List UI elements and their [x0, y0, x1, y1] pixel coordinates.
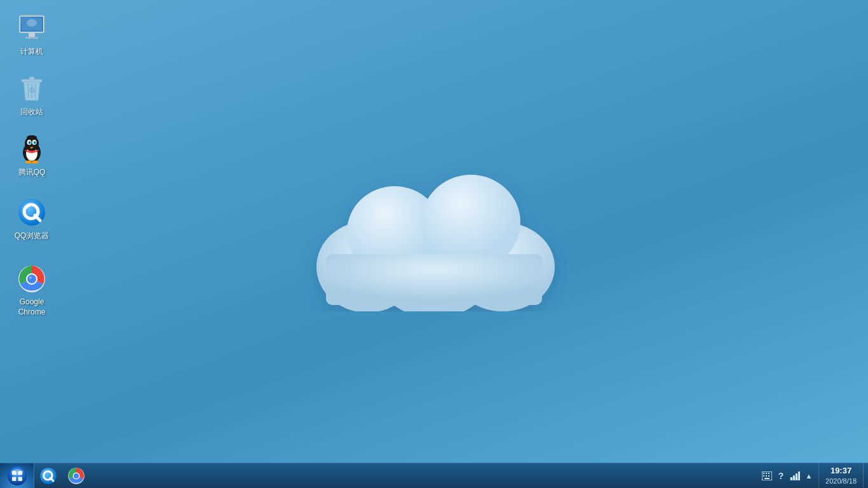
desktop: 计算机 ♻ 回收站: [0, 0, 868, 463]
taskbar-qq-browser[interactable]: [34, 463, 62, 489]
computer-icon: [17, 13, 47, 43]
help-tray-icon[interactable]: ?: [775, 470, 787, 482]
qq-browser-icon: [17, 197, 47, 227]
taskbar: ? ▲ 19:37 2020/8/18: [0, 463, 868, 488]
network-tray-icon[interactable]: [789, 470, 801, 482]
svg-point-28: [25, 161, 32, 164]
desktop-icon-computer[interactable]: 计算机: [6, 13, 57, 58]
desktop-icon-chrome[interactable]: Google Chrome: [6, 264, 57, 318]
svg-rect-63: [796, 473, 797, 480]
clock-time: 19:37: [831, 466, 851, 477]
svg-rect-56: [763, 475, 764, 477]
keyboard-tray-icon[interactable]: [761, 470, 773, 482]
svg-rect-58: [768, 475, 770, 477]
chrome-icon: [17, 264, 47, 294]
taskbar-chrome[interactable]: [62, 463, 90, 489]
qq-icon: [17, 133, 47, 164]
svg-rect-57: [766, 475, 767, 477]
start-button[interactable]: [0, 463, 34, 489]
clock[interactable]: 19:37 2020/8/18: [818, 463, 863, 489]
clock-date: 2020/8/18: [825, 477, 857, 485]
computer-icon-label: 计算机: [18, 46, 45, 58]
desktop-icon-qq[interactable]: 腾讯QQ: [6, 133, 57, 179]
qq-icon-label: 腾讯QQ: [17, 166, 48, 179]
svg-rect-64: [798, 471, 800, 480]
svg-point-51: [74, 473, 79, 478]
svg-text:♻: ♻: [29, 86, 36, 95]
system-tray: ? ▲ 19:37 2020/8/18: [757, 463, 868, 489]
svg-rect-10: [25, 37, 38, 39]
recycle-bin-icon-label: 回收站: [18, 106, 45, 118]
svg-rect-17: [29, 77, 34, 80]
qq-browser-icon-label: QQ浏览器: [13, 230, 51, 242]
svg-rect-55: [768, 473, 770, 474]
svg-point-45: [11, 469, 24, 475]
svg-rect-5: [326, 254, 542, 305]
svg-rect-61: [790, 477, 792, 480]
svg-rect-31: [29, 135, 34, 138]
recycle-bin-icon: ♻: [17, 73, 47, 104]
show-desktop-button[interactable]: [863, 463, 868, 489]
svg-rect-62: [793, 475, 795, 480]
svg-point-29: [32, 161, 38, 164]
svg-rect-54: [766, 473, 767, 474]
tray-icons: ? ▲: [757, 463, 818, 489]
show-hidden-tray-icon[interactable]: ▲: [803, 470, 815, 482]
svg-point-39: [29, 276, 32, 279]
svg-rect-59: [764, 478, 770, 479]
svg-point-27: [34, 142, 36, 143]
svg-rect-53: [763, 473, 764, 474]
svg-rect-9: [29, 33, 35, 37]
desktop-icon-qq-browser[interactable]: QQ浏览器: [6, 197, 57, 242]
chrome-icon-label: Google Chrome: [17, 297, 48, 318]
svg-point-12: [27, 19, 37, 27]
svg-rect-44: [18, 477, 22, 481]
desktop-icon-recycle-bin[interactable]: ♻ 回收站: [6, 73, 57, 118]
cloud-wallpaper: [301, 133, 567, 311]
svg-point-38: [27, 274, 36, 283]
svg-point-26: [29, 142, 31, 143]
svg-rect-43: [12, 477, 17, 481]
